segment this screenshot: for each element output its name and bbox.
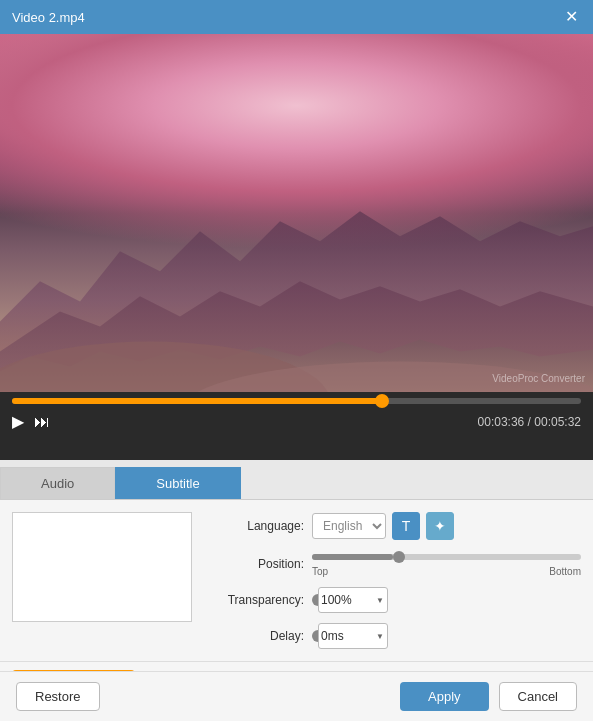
font-icon: T [402,518,411,534]
current-time: 00:03:36 [478,415,525,429]
delay-label: Delay: [204,629,304,643]
position-slider[interactable] [312,554,581,560]
close-button[interactable]: ✕ [561,7,581,27]
effects-icon: ✦ [434,518,446,534]
subtitle-controls: Language: English T ✦ [204,512,581,649]
title-bar: Video 2.mp4 ✕ [0,0,593,34]
subtitle-preview-box [12,512,192,622]
main-window: Video 2.mp4 ✕ [0,0,593,721]
window-title: Video 2.mp4 [12,10,85,25]
transparency-row: Transparency: 100% ▼ [204,587,581,613]
time-separator: / [528,415,531,429]
progress-fill [12,398,382,404]
delay-select[interactable]: 0ms [318,623,388,649]
language-input-row: English T ✦ [312,512,454,540]
subtitle-panel: Language: English T ✦ [0,500,593,671]
position-thumb [393,551,405,563]
restore-button[interactable]: Restore [16,682,100,711]
tabs-bar: Audio Subtitle [0,460,593,500]
position-label: Position: [204,557,304,571]
language-select[interactable]: English [312,513,386,539]
progress-track[interactable] [12,398,581,404]
progress-thumb [375,394,389,408]
video-preview: VideoProc Converter [0,34,593,392]
time-display: 00:03:36 / 00:05:32 [478,415,581,429]
cancel-button[interactable]: Cancel [499,682,577,711]
delay-control: 0ms ▼ [312,623,388,649]
position-labels: Top Bottom [312,566,581,577]
player-bar: ▶ ⏭ 00:03:36 / 00:05:32 [0,392,593,460]
add-subtitle-row: + Add Subtitle [0,661,593,671]
font-button[interactable]: T [392,512,420,540]
position-row: Position: Top Bottom [204,550,581,577]
effects-button[interactable]: ✦ [426,512,454,540]
tab-audio[interactable]: Audio [0,467,115,499]
mountain-silhouette [0,141,593,392]
position-top-label: Top [312,566,328,577]
position-fill [312,554,393,560]
delay-value-wrapper: 0ms ▼ [318,623,388,649]
player-buttons: ▶ ⏭ [12,412,50,431]
transparency-label: Transparency: [204,593,304,607]
transparency-control: 100% ▼ [312,587,388,613]
action-buttons: Apply Cancel [400,682,577,711]
delay-row: Delay: 0ms ▼ [204,623,581,649]
tab-subtitle[interactable]: Subtitle [115,467,240,499]
transparency-select[interactable]: 100% [318,587,388,613]
position-control: Top Bottom [312,550,581,577]
position-bottom-label: Bottom [549,566,581,577]
play-button[interactable]: ▶ [12,412,24,431]
language-label: Language: [204,519,304,533]
bottom-bar: Restore Apply Cancel [0,671,593,721]
panel-body: Language: English T ✦ [0,500,593,661]
apply-button[interactable]: Apply [400,682,489,711]
language-row: Language: English T ✦ [204,512,581,540]
skip-button[interactable]: ⏭ [34,413,50,431]
total-time: 00:05:32 [534,415,581,429]
transparency-value-wrapper: 100% ▼ [318,587,388,613]
video-watermark: VideoProc Converter [492,373,585,384]
player-controls: ▶ ⏭ 00:03:36 / 00:05:32 [12,412,581,431]
